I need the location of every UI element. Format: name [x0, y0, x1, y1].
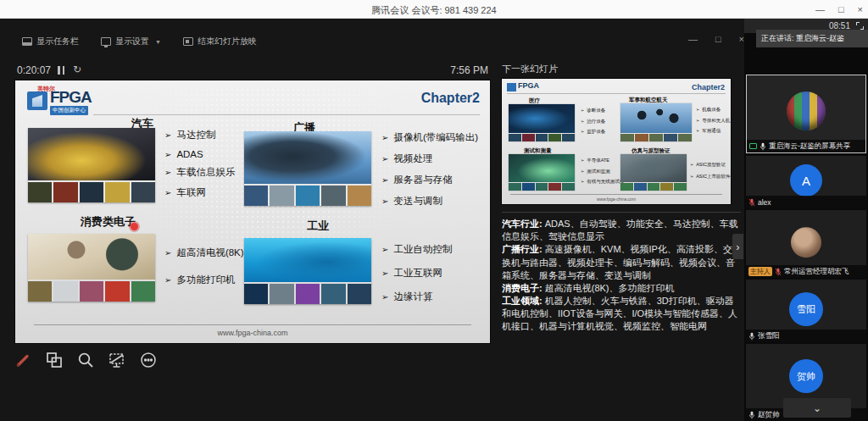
- next-slide-label: 下一张幻灯片: [502, 63, 558, 75]
- industrial-bullets: ➢工业自动控制 ➢工业互联网 ➢边缘计算: [381, 243, 452, 303]
- slide-footer-url: www.fpga-china.com: [502, 197, 731, 202]
- participants-sidebar: 08:51 正在讲话: 重启海云-赵鉴 重启海云-赵鉴的屏幕共享 A: [744, 19, 868, 421]
- collapse-videos-button[interactable]: ⌄: [783, 398, 851, 418]
- participant-name: 重启海云-赵鉴的屏幕共享: [769, 141, 850, 152]
- bullet-item: ➢工业自动控制: [381, 243, 452, 256]
- video-tile-alex[interactable]: A alex: [746, 156, 866, 208]
- bullet-item: ➢视频处理: [381, 152, 478, 165]
- dropdown-caret-icon: ▼: [155, 39, 161, 45]
- chapter-label: Chapter2: [692, 83, 725, 91]
- broadcast-image: [244, 131, 371, 206]
- chevron-down-icon: ⌄: [813, 402, 821, 414]
- microphone-icon: [748, 332, 755, 341]
- presenter-restore-button[interactable]: □: [715, 34, 721, 44]
- slide-footer-url: www.fpga-china.com: [15, 329, 490, 337]
- bullet-arrow-icon: ➢: [164, 275, 171, 285]
- pen-tool-button[interactable]: [12, 349, 34, 371]
- section-title-industrial: 工业: [307, 219, 329, 234]
- avatar: 雪阳: [789, 292, 823, 326]
- pause-timer-button[interactable]: [58, 66, 65, 75]
- video-tile-screen-share[interactable]: 重启海云-赵鉴的屏幕共享: [746, 75, 866, 153]
- bullet-arrow-icon: ➢: [381, 292, 388, 302]
- black-screen-button[interactable]: [106, 349, 128, 371]
- bullet-arrow-icon: ➢: [164, 248, 171, 258]
- avatar: 贺帅: [789, 359, 823, 393]
- microphone-icon: [748, 411, 755, 419]
- screen-share-icon: [749, 143, 757, 149]
- microphone-muted-icon: [748, 198, 755, 207]
- current-time: 7:56 PM: [450, 64, 488, 76]
- window-maximize-button[interactable]: □: [838, 4, 844, 14]
- bullet-arrow-icon: ➢: [164, 168, 171, 177]
- bullet-item: ➢变送与调制: [381, 195, 478, 208]
- fpga-logo-icon: [507, 83, 516, 91]
- host-badge: 主持人: [748, 267, 772, 276]
- bullet-item: ➢马达控制: [164, 129, 235, 141]
- video-tile-host[interactable]: 主持人 常州运营经理胡宏飞: [746, 210, 866, 278]
- speaking-toast: 正在讲话: 重启海云-赵鉴: [756, 30, 868, 47]
- participant-name: alex: [758, 198, 771, 207]
- avatar: [791, 227, 821, 258]
- medical-image: [509, 104, 575, 141]
- speaker-notes: 汽车行业: ADAS、自动驾驶、功能安全、马达控制、车载信息娱乐、驾驶信息显示 …: [502, 212, 741, 330]
- bullet-item: ➢服务器与存储: [381, 174, 478, 186]
- bullet-item: ➢ADAS: [164, 149, 235, 159]
- presenter-tools: [12, 346, 181, 374]
- bullet-arrow-icon: ➢: [164, 130, 171, 140]
- bullet-item: ➢超高清电视(8K): [164, 247, 244, 259]
- presenter-timer-row: 0:20:07 ↻ 7:56 PM: [17, 64, 488, 78]
- video-tile-zhangxueyang[interactable]: 雪阳 张雪阳: [746, 280, 866, 342]
- see-all-slides-button[interactable]: [43, 349, 65, 371]
- participant-name: 常州运营经理胡宏飞: [784, 267, 849, 277]
- zoom-slide-button[interactable]: [75, 349, 97, 371]
- consumer-image: [28, 234, 155, 302]
- test-measurement-bullets: ➢半导体ATE ➢测试和监测 ➢有线与无线测试仪: [581, 158, 624, 185]
- participant-name: 赵贺帅: [758, 410, 780, 420]
- military-image: [620, 103, 692, 141]
- bullet-arrow-icon: ➢: [381, 245, 388, 254]
- bullet-item: ➢车载信息娱乐: [164, 166, 235, 179]
- medical-bullets: ➢诊断设备 ➢治疗设备 ➢监护设备: [581, 108, 605, 135]
- fpga-logo: 英特尔 FPGA 中国创新中心: [27, 85, 120, 115]
- next-slide-preview[interactable]: FPGA Chapter2 医疗 ➢诊断设备 ➢治疗设备 ➢监护设备 军事和航空…: [502, 79, 731, 204]
- expand-sidebar-button[interactable]: ›: [732, 234, 743, 259]
- military-bullets: ➢机载设备 ➢导弹和无人机 ➢军用通信: [696, 107, 730, 134]
- automotive-image: [28, 128, 155, 202]
- end-slideshow-button[interactable]: 结束幻灯片放映: [183, 36, 257, 47]
- bullet-arrow-icon: ➢: [164, 150, 171, 159]
- avatar: A: [790, 164, 822, 197]
- shared-screen-area: 显示任务栏 显示设置 ▼ 结束幻灯片放映 — □ × 0:20:07 ↻ 7:5…: [0, 19, 868, 421]
- ppt-presenter-toolbar: 显示任务栏 显示设置 ▼ 结束幻灯片放映: [0, 32, 496, 51]
- microphone-muted-icon: [775, 268, 782, 276]
- monitor-icon: [101, 37, 111, 46]
- screen-share-thumbnail: [787, 91, 826, 130]
- display-settings-button[interactable]: 显示设置 ▼: [101, 36, 161, 47]
- chevron-right-icon: ›: [736, 241, 739, 253]
- prototyping-bullets: ➢ASIC原型验证 ➢ASIC上市前软件设计: [690, 162, 731, 180]
- show-taskbar-button[interactable]: 显示任务栏: [22, 36, 79, 47]
- microphone-icon: [760, 142, 766, 151]
- fullscreen-icon[interactable]: [856, 22, 864, 30]
- participant-name: 张雪阳: [758, 331, 780, 341]
- presenter-minimize-button[interactable]: —: [688, 34, 698, 44]
- taskbar-icon: [22, 37, 32, 46]
- prototyping-image: [620, 154, 687, 191]
- test-measurement-image: [509, 154, 575, 191]
- more-options-button[interactable]: [137, 349, 159, 371]
- bullet-item: ➢摄像机(带编码输出): [381, 131, 478, 144]
- restart-timer-button[interactable]: ↻: [73, 64, 81, 75]
- meeting-titlebar: 腾讯会议 会议号: 981 439 224 — □ ×: [0, 0, 868, 19]
- bullet-item: ➢工业互联网: [381, 267, 452, 280]
- bullet-arrow-icon: ➢: [164, 188, 171, 197]
- elapsed-timer: 0:20:07: [17, 64, 51, 76]
- bullet-arrow-icon: ➢: [381, 269, 388, 278]
- laser-pointer-dot: [131, 223, 138, 230]
- current-slide[interactable]: 英特尔 FPGA 中国创新中心 Chapter2 汽车 ➢马达控制 ➢ADAS …: [15, 80, 490, 343]
- fpga-logo-icon: [27, 91, 47, 110]
- bullet-arrow-icon: ➢: [381, 197, 388, 206]
- bullet-item: ➢车联网: [164, 186, 235, 199]
- chapter-label: Chapter2: [421, 91, 480, 106]
- window-minimize-button[interactable]: —: [815, 4, 825, 14]
- broadcast-bullets: ➢摄像机(带编码输出) ➢视频处理 ➢服务器与存储 ➢变送与调制: [381, 131, 478, 208]
- window-close-button[interactable]: ×: [858, 4, 863, 14]
